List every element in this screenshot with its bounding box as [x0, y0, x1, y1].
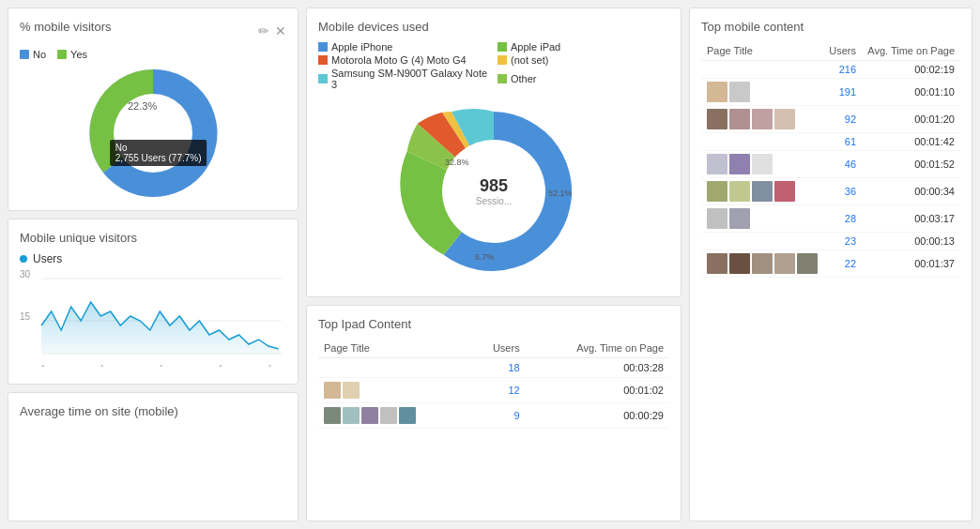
thumb-block	[729, 82, 750, 102]
mobile-row1-time: 00:02:19	[862, 61, 960, 79]
donut-label-motorola: 6.7%	[475, 252, 495, 262]
table-row: 92 00:01:20	[701, 106, 960, 133]
ipad-row2-title	[318, 378, 469, 403]
legend-other: Other	[498, 68, 669, 90]
thumb-block	[752, 154, 773, 174]
y-mid: 15	[20, 311, 38, 322]
apple-iphone-color	[318, 42, 328, 52]
mobile-row6-title	[701, 178, 823, 205]
pie-chart-container: 22.3% No2,755 Users (77.7%)	[20, 68, 286, 199]
middle-column: Mobile devices used Apple iPhone Apple i…	[306, 8, 681, 521]
mobile-thumb-5	[707, 154, 818, 174]
unique-visitors-title: Mobile unique visitors	[20, 231, 286, 245]
not-set-color	[498, 55, 507, 65]
x-label-4: •	[219, 361, 222, 370]
donut-chart-container: 52.1% 32.8% 6.7% 985 Sessio...	[318, 98, 669, 285]
mobile-row8-time: 00:00:13	[862, 233, 960, 250]
mobile-row4-title	[701, 133, 823, 151]
x-label-1: •	[41, 361, 44, 370]
ipad-thumb-2	[324, 382, 464, 399]
yes-color-swatch	[57, 50, 67, 59]
mobile-row1-users: 216	[823, 61, 862, 79]
table-row: 12 00:01:02	[318, 378, 669, 403]
legend-samsung: Samsung SM-N900T Galaxy Note 3	[318, 68, 490, 90]
line-chart-area	[41, 302, 282, 354]
thumb-block	[324, 382, 341, 399]
table-row: 191 00:01:10	[701, 79, 960, 106]
top-ipad-content-card: Top Ipad Content Page Title Users Avg. T…	[306, 305, 681, 521]
table-row: 28 00:03:17	[701, 205, 960, 233]
pie-tooltip: No2,755 Users (77.7%)	[110, 140, 207, 166]
not-set-label: (not set)	[511, 54, 548, 66]
mobile-row8-title	[701, 233, 823, 250]
donut-label-iphone: 52.1%	[548, 189, 573, 198]
legend-apple-ipad: Apple iPad	[498, 41, 669, 53]
other-color	[498, 74, 507, 83]
mobile-row4-time: 00:01:42	[862, 133, 960, 151]
mobile-row2-time: 00:01:10	[862, 79, 960, 106]
mobile-row7-time: 00:03:17	[862, 205, 960, 233]
thumb-block	[774, 181, 795, 202]
mobile-row2-title	[701, 79, 823, 106]
table-row: 46 00:01:52	[701, 151, 960, 178]
mobile-row3-title	[701, 106, 823, 133]
thumb-block	[343, 407, 360, 424]
legend-yes: Yes	[57, 49, 87, 60]
motorola-color	[318, 55, 328, 65]
ipad-table: Page Title Users Avg. Time on Page 18 00…	[318, 339, 669, 429]
mobile-unique-visitors-card: Mobile unique visitors Users 30 15	[8, 219, 299, 385]
mobile-row6-time: 00:00:34	[862, 178, 960, 205]
thumb-block	[380, 407, 397, 424]
table-row: 23 00:00:13	[701, 233, 960, 250]
mobile-devices-title: Mobile devices used	[318, 20, 669, 34]
left-column: % mobile visitors ✏ ✕ No Yes	[8, 8, 299, 521]
x-label-2: •	[100, 361, 103, 370]
table-row: 18 00:03:28	[318, 358, 669, 378]
apple-iphone-label: Apple iPhone	[331, 41, 392, 53]
legend-no-label: No	[33, 49, 46, 60]
thumb-block	[399, 407, 416, 424]
thumb-block	[707, 181, 727, 202]
device-legend: Apple iPhone Apple iPad Motorola Moto G …	[318, 41, 669, 90]
apple-ipad-label: Apple iPad	[511, 41, 560, 53]
mobile-col-page-title: Page Title	[701, 41, 823, 61]
mobile-row4-users: 61	[823, 133, 862, 151]
ipad-row3-title	[318, 403, 469, 429]
donut-sessions-num: 985	[476, 176, 512, 196]
ipad-thumb-3	[324, 407, 464, 424]
thumb-block	[729, 253, 750, 274]
table-row: 36 00:00:34	[701, 178, 960, 205]
close-icon[interactable]: ✕	[275, 23, 286, 38]
thumb-block	[707, 109, 727, 129]
mobile-row9-users: 22	[823, 250, 862, 278]
mobile-row5-time: 00:01:52	[862, 151, 960, 178]
line-chart-svg: • • • • •	[20, 269, 286, 372]
legend-yes-label: Yes	[70, 49, 87, 60]
mobile-row9-title	[701, 250, 823, 278]
edit-icon[interactable]: ✏	[258, 23, 269, 38]
thumb-block	[729, 181, 750, 202]
users-dot	[20, 255, 27, 263]
mobile-row7-title	[701, 205, 823, 233]
mobile-col-avg-time: Avg. Time on Page	[862, 41, 960, 61]
mobile-thumb-9	[707, 253, 818, 274]
thumb-block	[752, 109, 773, 129]
mobile-row6-users: 36	[823, 178, 862, 205]
thumb-block	[797, 253, 818, 274]
donut-center: 985 Sessio...	[476, 176, 512, 206]
table-row: 216 00:02:19	[701, 61, 960, 79]
mobile-content-table: Page Title Users Avg. Time on Page 216 0…	[701, 41, 960, 278]
ipad-row3-time: 00:00:29	[526, 403, 669, 429]
ipad-col-users: Users	[469, 339, 526, 358]
thumb-block	[774, 253, 795, 274]
donut-label-ipad: 32.8%	[445, 158, 469, 167]
mobile-row5-users: 46	[823, 151, 862, 178]
thumb-block	[774, 109, 795, 129]
mobile-row3-users: 92	[823, 106, 862, 133]
no-color-swatch	[20, 50, 29, 59]
top-mobile-title: Top mobile content	[701, 20, 960, 34]
mobile-row9-time: 00:01:37	[862, 250, 960, 278]
mobile-thumb-3	[707, 109, 818, 129]
ipad-row2-time: 00:01:02	[526, 378, 669, 403]
mobile-row5-title	[701, 151, 823, 178]
